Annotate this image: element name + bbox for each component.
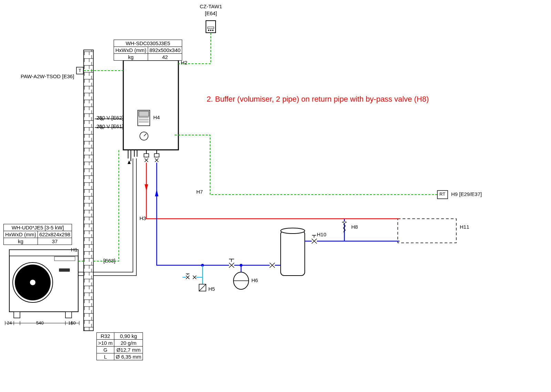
wall: placeholder [84,50,93,331]
indoor-weight-label: kg [114,54,148,61]
svg-rect-29 [9,250,78,256]
power-e62: 230 V [E62] [96,115,123,121]
refrigerant-table: R320,90 kg >10 m20 g/m GØ12,7 mm LØ 6,35… [96,332,143,360]
outdoor-weight-value: 37 [38,238,72,245]
valve-h10 [312,235,317,244]
ref-r4c2: Ø 6,35 mm [114,353,143,360]
outdoor-unit-icon [5,250,79,325]
indoor-dim-label: HxWxD (mm) [114,47,148,54]
outdoor-unit-table: WH-UD0*JE5 [3-5 kW] HxWxD (mm) 622x824x2… [3,224,72,245]
label-h7: H7 [196,189,203,195]
indoor-unit-table: WH-SDC0305J3E5 HxWxD (mm) 892x500x340 kg… [114,40,182,61]
svg-rect-62 [398,219,456,243]
svg-rect-56 [281,231,305,276]
outdoor-dim-label: HxWxD (mm) [4,231,38,238]
rt-text: RT [439,192,445,197]
svg-rect-6 [84,50,93,331]
label-h9: H9 [E29/E37] [451,191,482,197]
annotation-title: 2. Buffer (volumiser, 2 pipe) on return … [207,95,429,104]
label-h4: H4 [153,114,160,120]
svg-rect-33 [54,257,75,261]
svg-point-25 [208,30,209,31]
outdoor-dim-d1: 24 [7,320,12,326]
label-h11: H11 [460,224,469,230]
outdoor-dim-value: 622x824x298 [38,231,72,238]
indoor-weight-value: 42 [148,54,182,61]
svg-rect-9 [139,111,149,116]
ref-r2c1: >10 m [97,340,114,347]
ref-r2c2: 20 g/m [114,340,143,347]
outdoor-model: WH-UD0*JE5 [3-5 kW] [4,224,72,231]
indoor-dim-value: 892x500x340 [148,47,182,54]
ref-r4c1: L [97,353,114,360]
label-h1: H1 [71,247,77,252]
svg-rect-35 [14,312,20,318]
indoor-model: WH-SDC0305J3E5 [114,40,182,47]
cloud-adapter-model: CZ-TAW1 [200,3,222,9]
label-h2: H2 [181,60,187,65]
heating-circuit-h11 [398,219,456,243]
ref-r3c2: Ø12,7 mm [114,347,143,353]
svg-rect-7 [123,60,178,150]
ref-r3c1: G [97,347,114,353]
label-h5: H5 [208,286,215,292]
ref-r1c2: 0,90 kg [114,333,143,340]
bypass-valve-h8 [342,219,347,241]
outdoor-weight-label: kg [4,238,38,245]
svg-rect-24 [208,27,214,29]
svg-point-26 [210,30,211,31]
label-h10: H10 [317,231,326,237]
svg-rect-34 [59,269,70,271]
label-h8: H8 [351,224,358,230]
outdoor-dim-d2: 540 [36,320,44,326]
svg-point-27 [212,30,214,31]
hydraulic-schematic: placeholder [0,0,551,392]
power-e61: 230 V [E61] [96,123,123,129]
svg-rect-20 [144,154,149,157]
svg-rect-22 [154,154,159,157]
ref-r1c1: R32 [97,333,114,340]
svg-marker-44 [145,184,148,191]
cloud-adapter-code: [E64] [205,10,217,16]
label-h6: H6 [251,277,258,283]
outdoor-sensor-label: PAW-A2W-TSOD [E36] [21,73,74,79]
indoor-unit-icon [123,60,178,164]
cloud-adapter-icon [206,21,216,33]
svg-point-32 [30,280,35,285]
svg-point-57 [281,228,305,234]
label-h3: H3 [139,215,146,221]
outdoor-dim-d3: 160 [68,320,76,326]
svg-marker-45 [155,189,158,196]
svg-rect-36 [65,312,72,318]
buffer-tank-icon [281,228,305,276]
power-e63: [E63] [103,258,115,264]
svg-point-61 [343,221,345,223]
t-text: T [79,68,81,73]
